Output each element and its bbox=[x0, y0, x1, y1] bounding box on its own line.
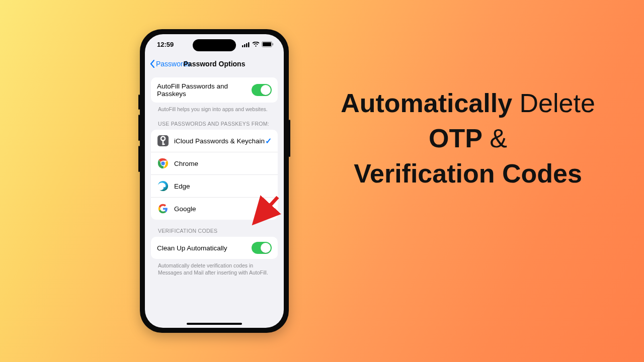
cleanup-toggle[interactable] bbox=[252, 242, 272, 254]
provider-row-chrome[interactable]: Chrome bbox=[151, 152, 278, 174]
nav-header: Passwords Password Options bbox=[145, 54, 284, 73]
providers-card: iCloud Passwords & Keychain ✓ Chrome Edg… bbox=[151, 130, 278, 220]
keychain-icon bbox=[157, 135, 169, 147]
svg-rect-9 bbox=[163, 144, 165, 145]
svg-rect-6 bbox=[273, 43, 274, 45]
autofill-card: AutoFill Passwords and Passkeys bbox=[151, 77, 278, 103]
providers-header: USE PASSWORDS AND PASSKEYS FROM: bbox=[151, 113, 278, 130]
wifi-icon bbox=[252, 42, 260, 47]
dynamic-island bbox=[193, 39, 236, 51]
provider-label: iCloud Passwords & Keychain bbox=[174, 137, 265, 145]
cleanup-toggle-row[interactable]: Clean Up Automatically bbox=[151, 237, 278, 259]
headline-word-verification-codes: Verification Codes bbox=[354, 159, 582, 188]
chevron-left-icon bbox=[150, 60, 155, 68]
provider-row-google[interactable]: Google bbox=[151, 197, 278, 220]
headline-word-otp: OTP bbox=[429, 124, 482, 153]
cleanup-toggle-label: Clean Up Automatically bbox=[157, 244, 252, 252]
provider-row-keychain[interactable]: iCloud Passwords & Keychain ✓ bbox=[151, 130, 278, 152]
svg-point-12 bbox=[161, 161, 165, 165]
autofill-toggle[interactable] bbox=[252, 84, 272, 96]
home-indicator bbox=[187, 323, 242, 325]
phone-volume-down bbox=[138, 146, 140, 172]
headline-word-amp: & bbox=[490, 124, 507, 153]
google-icon bbox=[157, 203, 169, 215]
svg-point-7 bbox=[161, 137, 165, 141]
verification-footer: Automatically delete verification codes … bbox=[151, 259, 278, 276]
autofill-toggle-label: AutoFill Passwords and Passkeys bbox=[157, 82, 252, 98]
phone-silent-switch bbox=[138, 95, 140, 110]
verification-card: Clean Up Automatically bbox=[151, 237, 278, 259]
phone-screen: 12:59 Passwords Password Options AutoFil… bbox=[145, 34, 284, 328]
iphone-mockup: 12:59 Passwords Password Options AutoFil… bbox=[140, 29, 289, 333]
phone-power-button bbox=[289, 120, 290, 157]
provider-label: Chrome bbox=[174, 160, 272, 167]
back-label: Passwords bbox=[156, 60, 190, 68]
chrome-icon bbox=[157, 157, 169, 169]
cellular-icon bbox=[242, 42, 250, 47]
battery-icon bbox=[262, 41, 274, 47]
status-time: 12:59 bbox=[157, 41, 174, 48]
headline-text: Automatically Delete OTP & Verification … bbox=[327, 85, 609, 192]
svg-rect-1 bbox=[244, 44, 246, 47]
provider-label: Google bbox=[174, 205, 272, 213]
provider-row-edge[interactable]: Edge bbox=[151, 174, 278, 197]
checkmark-icon: ✓ bbox=[265, 136, 272, 146]
svg-rect-0 bbox=[242, 45, 244, 47]
phone-volume-up bbox=[138, 115, 140, 141]
svg-rect-5 bbox=[263, 42, 271, 46]
headline-word-delete: Delete bbox=[520, 88, 595, 118]
verification-header: VERIFICATION CODES bbox=[151, 220, 278, 237]
settings-content: AutoFill Passwords and Passkeys AutoFill… bbox=[145, 73, 284, 277]
svg-rect-3 bbox=[248, 42, 250, 47]
back-button[interactable]: Passwords bbox=[150, 60, 190, 68]
autofill-footer: AutoFill helps you sign into apps and we… bbox=[151, 103, 278, 113]
autofill-toggle-row[interactable]: AutoFill Passwords and Passkeys bbox=[151, 77, 278, 103]
edge-icon bbox=[157, 180, 169, 192]
provider-label: Edge bbox=[174, 183, 272, 190]
svg-rect-2 bbox=[246, 43, 248, 47]
headline-word-automatically: Automatically bbox=[341, 88, 512, 118]
